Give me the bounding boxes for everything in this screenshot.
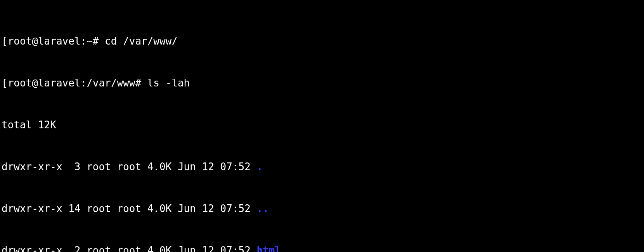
shell-prompt: root@laravel:~# xyxy=(8,35,105,47)
shell-prompt: root@laravel:/var/www# xyxy=(8,77,147,89)
dir-name: . xyxy=(256,161,263,173)
terminal-output-line: drwxr-xr-x 14 root root 4.0K Jun 12 07:5… xyxy=(2,202,642,216)
file-meta: drwxr-xr-x 14 root root 4.0K Jun 12 07:5… xyxy=(2,203,256,214)
terminal-output-line: total 12K xyxy=(2,118,642,132)
terminal-output-line: drwxr-xr-x 3 root root 4.0K Jun 12 07:52… xyxy=(2,160,642,174)
file-meta: drwxr-xr-x 3 root root 4.0K Jun 12 07:52 xyxy=(2,161,256,173)
dir-name: html xyxy=(256,245,281,252)
command-text: cd /var/www/ xyxy=(105,35,178,47)
bracket-glyph: [ xyxy=(2,77,8,89)
file-meta: drwxr-xr-x 2 root root 4.0K Jun 12 07:52 xyxy=(2,245,256,252)
terminal-output-line: drwxr-xr-x 2 root root 4.0K Jun 12 07:52… xyxy=(2,243,642,252)
command-text: ls -lah xyxy=(147,77,190,89)
terminal-line-prompt: [root@laravel:~# cd /var/www/ xyxy=(2,34,642,48)
terminal[interactable]: [root@laravel:~# cd /var/www/ [root@lara… xyxy=(0,0,644,252)
bracket-glyph: [ xyxy=(2,35,8,47)
terminal-line-prompt: [root@laravel:/var/www# ls -lah xyxy=(2,76,642,90)
dir-name: .. xyxy=(256,203,268,214)
